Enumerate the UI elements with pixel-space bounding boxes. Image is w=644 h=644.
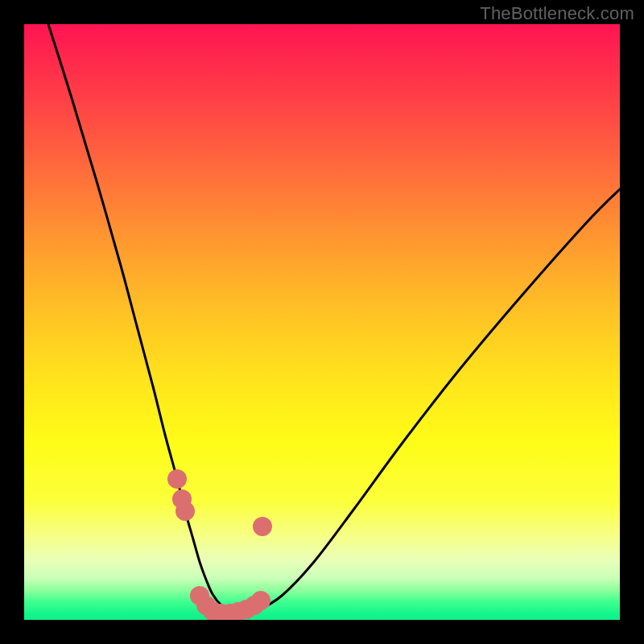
curve-layer	[24, 24, 620, 620]
bottleneck-curve-path	[48, 24, 620, 613]
marker-dot	[253, 517, 272, 536]
plot-area	[24, 24, 620, 620]
marker-dot	[167, 469, 187, 489]
marker-dot	[175, 502, 195, 521]
chart-frame: TheBottleneck.com	[0, 0, 644, 644]
watermark-text: TheBottleneck.com	[480, 3, 634, 24]
marker-dot	[251, 591, 270, 610]
highlight-markers	[167, 469, 272, 620]
bottleneck-curve	[48, 24, 620, 613]
